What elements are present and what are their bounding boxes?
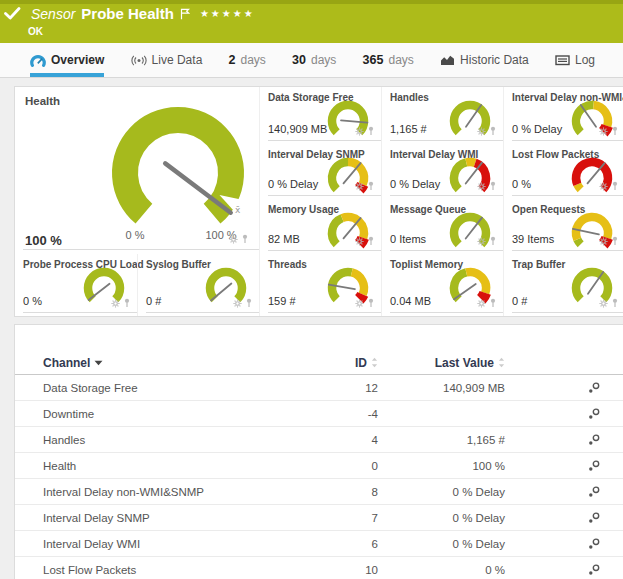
page-title: Probe Health <box>81 5 174 22</box>
gauge-cell: Threads159 # <box>259 254 381 316</box>
tab-num: 30 <box>292 53 306 67</box>
gear-icon[interactable] <box>233 299 242 308</box>
gauges-panel: Health0 %100 %100 %x̄Data Storage Free14… <box>14 86 623 317</box>
tab-365-days[interactable]: 365days <box>363 43 414 77</box>
channel-name: Handles <box>43 434 303 446</box>
pin-icon[interactable] <box>611 298 619 308</box>
channel-name: Lost Flow Packets <box>43 564 303 576</box>
table-header-row: ChannelIDLast Value <box>15 351 623 375</box>
column-header-channel[interactable]: Channel <box>43 356 303 370</box>
channel-settings-icon[interactable] <box>587 433 601 447</box>
channel-last-value: 0 % <box>378 564 505 576</box>
gauge-value: 0 # <box>146 295 161 307</box>
tab-2-days[interactable]: 2days <box>229 43 266 77</box>
channel-last-value: 0 % Delay <box>378 512 505 524</box>
channel-settings-icon[interactable] <box>587 537 601 551</box>
gear-icon[interactable] <box>477 237 486 246</box>
pin-icon[interactable] <box>611 236 619 246</box>
channels-table-panel: ChannelIDLast Value Data Storage Free121… <box>14 324 623 579</box>
gear-icon[interactable] <box>355 237 364 246</box>
pin-icon[interactable] <box>123 298 131 308</box>
gauge-value: 159 # <box>268 295 296 307</box>
table-body: Data Storage Free12140,909 MBDowntime-4H… <box>15 375 623 579</box>
priority-stars[interactable]: ★★★★★ <box>200 8 255 19</box>
gauge-value: 0 Items <box>390 233 426 245</box>
channel-last-value: 0 % Delay <box>378 486 505 498</box>
tab-label: Log <box>575 53 595 67</box>
gauge-value: 0.04 MB <box>390 295 431 307</box>
check-icon <box>4 7 21 20</box>
tab-log[interactable]: Log <box>555 43 595 77</box>
channel-settings-icon[interactable] <box>587 381 601 395</box>
channel-id: 7 <box>303 512 378 524</box>
pin-icon[interactable] <box>611 181 619 191</box>
gauge-actions <box>111 298 131 308</box>
pin-icon[interactable] <box>489 298 497 308</box>
gear-icon[interactable] <box>477 182 486 191</box>
channel-actions <box>505 407 601 421</box>
flag-icon[interactable] <box>180 8 190 20</box>
column-header-id[interactable]: ID <box>355 356 378 370</box>
gauge-cell: Syslog Buffer0 # <box>137 254 259 316</box>
tab-label: Live Data <box>152 53 203 67</box>
gauge-actions <box>477 126 497 136</box>
gauge-value: 0 % <box>512 178 531 190</box>
pin-icon[interactable] <box>367 181 375 191</box>
tab-live-data[interactable]: Live Data <box>131 43 203 77</box>
gauge-value: 100 % <box>25 233 62 248</box>
gear-icon[interactable] <box>599 299 608 308</box>
gauge-cell: Memory Usage82 MB <box>259 199 381 254</box>
tab-historic-data[interactable]: Historic Data <box>440 43 529 77</box>
channel-settings-icon[interactable] <box>587 511 601 525</box>
gauge-value: 39 Items <box>512 233 554 245</box>
gear-icon[interactable] <box>599 182 608 191</box>
channel-settings-icon[interactable] <box>587 485 601 499</box>
gauge-actions <box>355 298 375 308</box>
gear-icon[interactable] <box>355 182 364 191</box>
channel-id: 10 <box>303 564 378 576</box>
gear-icon[interactable] <box>599 127 608 136</box>
gauge-cell: Data Storage Free140,909 MB <box>259 87 381 144</box>
channel-id: 8 <box>303 486 378 498</box>
live-icon <box>131 55 147 66</box>
table-row: Interval Delay SNMP70 % Delay <box>15 505 623 531</box>
channel-settings-icon[interactable] <box>587 563 601 577</box>
gear-icon[interactable] <box>355 299 364 308</box>
pin-icon[interactable] <box>489 181 497 191</box>
channel-name: Downtime <box>43 408 303 420</box>
gauge-actions <box>355 181 375 191</box>
gear-icon[interactable] <box>599 237 608 246</box>
gauge-actions <box>477 298 497 308</box>
channel-settings-icon[interactable] <box>587 407 601 421</box>
pin-icon[interactable] <box>489 236 497 246</box>
tab-bar: OverviewLive Data2days30days365daysHisto… <box>0 43 623 78</box>
pin-icon[interactable] <box>367 236 375 246</box>
pin-icon[interactable] <box>611 126 619 136</box>
gear-icon[interactable] <box>355 127 364 136</box>
gauge-title: Health <box>25 95 60 107</box>
pin-icon[interactable] <box>367 126 375 136</box>
tab-overview[interactable]: Overview <box>30 43 104 77</box>
pin-icon[interactable] <box>367 298 375 308</box>
table-row: Interval Delay WMI60 % Delay <box>15 531 623 557</box>
tab-unit: days <box>311 53 336 67</box>
channel-actions <box>505 563 601 577</box>
channel-actions <box>505 433 601 447</box>
pin-icon[interactable] <box>245 298 253 308</box>
gear-icon[interactable] <box>477 299 486 308</box>
channel-actions <box>505 511 601 525</box>
channel-name: Interval Delay SNMP <box>43 512 303 524</box>
gear-icon[interactable] <box>111 299 120 308</box>
gear-icon[interactable] <box>229 235 238 244</box>
gauge-value: 0 # <box>512 295 527 307</box>
gear-icon[interactable] <box>477 127 486 136</box>
tab-30-days[interactable]: 30days <box>292 43 336 77</box>
tab-label: Historic Data <box>460 53 529 67</box>
channel-settings-icon[interactable] <box>587 459 601 473</box>
pin-icon[interactable] <box>241 234 249 244</box>
gauge-actions <box>229 234 249 244</box>
tab-label: Overview <box>51 53 104 67</box>
channel-name: Health <box>43 460 303 472</box>
column-header-last-value[interactable]: Last Value <box>435 356 505 370</box>
pin-icon[interactable] <box>489 126 497 136</box>
